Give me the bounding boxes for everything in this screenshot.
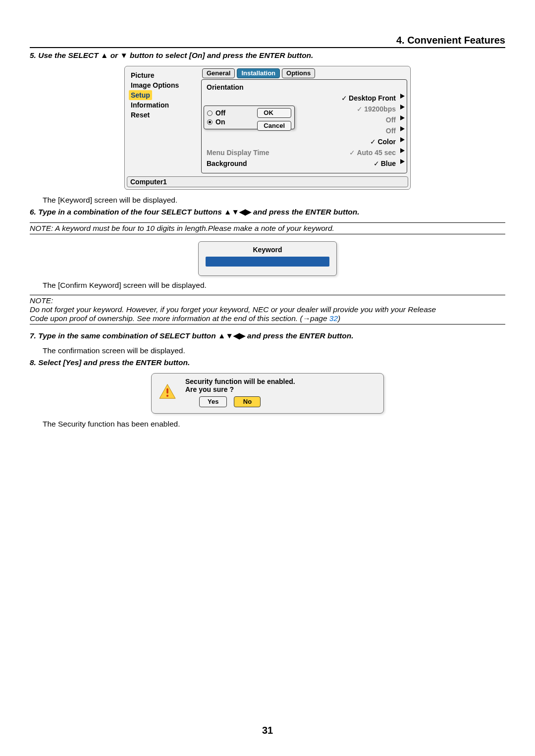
confirm-line1: Security function will be enabled. [185,378,376,385]
keyword-label: Keyword [206,246,329,254]
status-bar: Computer1 [127,176,408,187]
note-keyword-length: NOTE: A keyword must be four to 10 digit… [30,222,505,234]
radio-off-label: Off [215,109,225,117]
arrow-cluster: ▲▼◀▶ [218,331,245,340]
step7-suffix: and press the ENTER button. [245,331,354,340]
row-off2-value[interactable]: Off [386,127,396,135]
row-orientation-label: Orientation [207,83,244,91]
nav-picture[interactable]: Picture [129,70,201,80]
tab-installation[interactable]: Installation [237,68,280,78]
yes-button[interactable]: Yes [199,396,227,407]
tab-options[interactable]: Options [282,68,315,78]
nav-image-options[interactable]: Image Options [129,80,201,90]
arrow-right-icon[interactable] [400,148,405,153]
nav-setup[interactable]: Setup [129,90,152,100]
cancel-button[interactable]: Cancel [257,121,291,131]
step7-prefix: 7. Type in the same combination of SELEC… [30,331,218,340]
on-off-dialog: Off On OK Cancel [204,106,295,129]
step6-suffix: and press the ENTER button. [251,208,360,216]
row-orientation-value[interactable]: Desktop Front [341,94,396,102]
after-keyword: The [Confirm Keyword] screen will be dis… [30,281,505,290]
arrow-right-icon[interactable] [400,115,405,120]
arrow-cluster: ▲▼◀▶ [224,208,251,216]
row-menutime-value[interactable]: Auto 45 sec [349,149,396,157]
step7-line: 7. Type in the same combination of SELEC… [30,331,505,340]
arrow-right-icon[interactable] [400,137,405,142]
arrow-right-icon[interactable] [400,94,405,99]
step5-suffix: button to select [On] and press the ENTE… [128,51,314,59]
step8-line: 8. Select [Yes] and press the ENTER butt… [30,358,505,367]
note2-line1: Do not forget your keyword. However, if … [30,305,505,314]
menu-nav: Picture Image Options Setup Information … [127,68,201,173]
after-step7: The confirmation screen will be displaye… [30,346,505,355]
arrow-right-icon[interactable] [400,159,405,164]
section-header: 4. Convenient Features [30,35,505,48]
page-number: 31 [0,725,535,736]
step5-prefix: 5. Use the SELECT [30,51,101,59]
warning-icon [159,378,176,399]
row-background-value[interactable]: Blue [374,160,396,167]
up-arrow: ▲ [101,51,108,59]
keyword-dialog: Keyword [198,241,337,276]
confirm-dialog: Security function will be enabled. Are y… [151,373,384,414]
row-baud-value[interactable]: 19200bps [357,105,396,113]
step6-line: 6. Type in a combination of the four SEL… [30,208,505,216]
step5-line: 5. Use the SELECT ▲ or ▼ button to selec… [30,51,505,60]
note2-line2b: ) [338,314,340,323]
arrow-right-icon[interactable] [400,105,405,109]
svg-rect-1 [166,388,168,394]
ok-button[interactable]: OK [257,108,291,118]
row-color-value[interactable]: Color [370,138,396,146]
step6-prefix: 6. Type in a combination of the four SEL… [30,208,224,216]
settings-panel: Orientation Desktop Front 19200bps Off O… [201,79,407,173]
tab-general[interactable]: General [202,68,235,78]
row-off1-value[interactable]: Off [386,116,396,124]
note2-line2a: Code upon proof of ownership. See more i… [30,314,329,323]
note-forget-keyword: NOTE: Do not forget your keyword. Howeve… [30,295,505,324]
page-link-32[interactable]: 32 [329,314,338,323]
row-background-label: Background [207,160,247,167]
note2-head: NOTE: [30,296,505,305]
radio-off[interactable] [207,110,213,116]
row-menutime-label: Menu Display Time [207,149,269,157]
nav-reset[interactable]: Reset [129,110,201,120]
radio-on[interactable] [207,119,213,125]
confirm-line2: Are you sure ? [185,385,376,393]
after-step5: The [Keyword] screen will be displayed. [30,196,505,205]
arrow-right-icon[interactable] [400,126,405,131]
step5-mid: or [108,51,120,59]
after-step8: The Security function has been enabled. [30,420,505,429]
svg-point-2 [166,395,168,397]
setup-menu-figure: Picture Image Options Setup Information … [124,66,411,190]
no-button[interactable]: No [234,396,261,407]
nav-information[interactable]: Information [129,100,201,110]
radio-on-label: On [215,118,225,126]
down-arrow: ▼ [120,51,127,59]
keyword-input[interactable] [206,257,329,267]
